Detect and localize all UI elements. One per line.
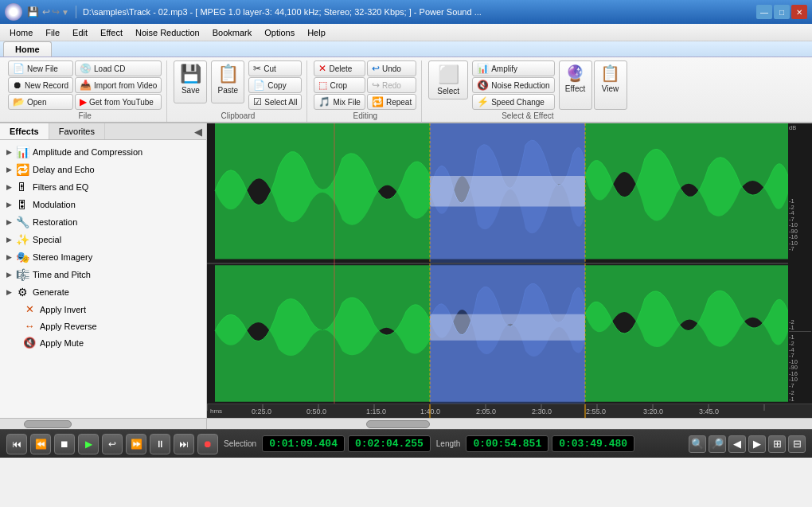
svg-rect-6 (430, 176, 585, 207)
paste-button[interactable]: 📋 Paste (211, 60, 244, 103)
window-title: D:\samples\Track - 02.mp3 - [ MPEG 1.0 l… (83, 7, 482, 17)
open-icon: 📂 (13, 96, 25, 107)
category-restoration[interactable]: ▶ 🔧 Restoration (0, 213, 206, 231)
effects-nav-button[interactable]: ◀ (190, 123, 206, 139)
waveform-svg[interactable] (207, 123, 788, 404)
select-button[interactable]: ⬜ Select (428, 60, 468, 99)
effect-icon: 🔮 (565, 64, 585, 83)
scrollbar-main[interactable] (207, 419, 812, 429)
expand-special-icon: ▶ (6, 236, 12, 244)
paste-icon: 📋 (217, 64, 239, 84)
copy-button[interactable]: 📄 Copy (248, 77, 302, 93)
redo-button[interactable]: ↪ Redo (367, 77, 416, 93)
forward-end-button[interactable]: ⏭ (174, 434, 194, 454)
zoom-fit-button[interactable]: ⊞ (768, 435, 786, 453)
menu-bookmark[interactable]: Bookmark (206, 26, 259, 39)
category-delay[interactable]: ▶ 🔁 Delay and Echo (0, 161, 206, 178)
action-invert[interactable]: ✕ Apply Invert (0, 301, 206, 318)
effect-button[interactable]: 🔮 Effect (559, 60, 592, 110)
fast-forward-button[interactable]: ⏩ (126, 434, 146, 454)
save-button[interactable]: 💾 Save (174, 60, 207, 103)
play-button[interactable]: ▶ (78, 434, 99, 454)
mix-file-button[interactable]: 🎵 Mix File (314, 94, 365, 110)
quick-save[interactable]: 💾 (27, 6, 39, 18)
effect-tools-col: 📊 Amplify 🔇 Noise Reduction ⚡ Speed Chan… (472, 60, 554, 110)
select-effect-buttons: ⬜ Select 📊 Amplify 🔇 Noise Reduction (428, 60, 627, 110)
undo-icon: ↩ (372, 63, 380, 74)
rewind-button[interactable]: ⏪ (30, 434, 51, 454)
menu-home[interactable]: Home (3, 26, 39, 39)
minimize-button[interactable]: — (756, 5, 772, 19)
category-amplitude[interactable]: ▶ 📊 Amplitude and Compression (0, 143, 206, 161)
length-display: 0:00:54.851 (466, 435, 548, 452)
scrollbar-left[interactable] (0, 419, 207, 429)
noise-reduction-button[interactable]: 🔇 Noise Reduction (472, 77, 554, 93)
expand-amplitude-icon: ▶ (6, 148, 12, 156)
waveform-area[interactable]: dB -1 -2 -4 -7 -10 -90 -16 -10 -7 -2 -1 … (207, 123, 812, 418)
record-button[interactable]: ⏺ (197, 434, 218, 454)
repeat-button[interactable]: 🔁 Repeat (367, 94, 416, 110)
delay-icon: 🔁 (15, 163, 29, 176)
tab-favorites[interactable]: Favorites (49, 123, 105, 139)
category-stereo[interactable]: ▶ 🎭 Stereo Imagery (0, 248, 206, 266)
category-filters[interactable]: ▶ 🎚 Filters and EQ (0, 178, 206, 196)
action-mute[interactable]: 🔇 Apply Mute (0, 334, 206, 351)
tab-home[interactable]: Home (3, 41, 52, 57)
editing-buttons: ✕ Delete ⬚ Crop 🎵 Mix File ↩ Un (314, 60, 416, 110)
load-cd-button[interactable]: 💿 Load CD (75, 60, 162, 76)
maximize-button[interactable]: □ (774, 5, 790, 19)
delete-button[interactable]: ✕ Delete (314, 60, 365, 76)
quick-undo[interactable]: ↩ (42, 6, 50, 18)
ribbon-group-select-effect: ⬜ Select 📊 Amplify 🔇 Noise Reduction (424, 60, 631, 122)
editing-group-title: Editing (314, 110, 416, 120)
menu-options[interactable]: Options (258, 26, 301, 39)
select-all-button[interactable]: ☑ Select All (248, 94, 302, 110)
select-section: ⬜ Select (428, 60, 468, 110)
pause-button[interactable]: ⏸ (150, 434, 170, 454)
quick-redo[interactable]: ↪ (52, 6, 60, 18)
view-button[interactable]: 📋 View (594, 60, 627, 110)
restoration-icon: 🔧 (15, 216, 29, 228)
import-icon: 📥 (80, 80, 92, 91)
menu-noise-reduction[interactable]: Noise Reduction (129, 26, 206, 39)
category-generate[interactable]: ▶ ⚙ Generate (0, 283, 206, 301)
speed-change-button[interactable]: ⚡ Speed Change (472, 94, 554, 110)
cut-button[interactable]: ✂ Cut (248, 60, 302, 76)
scrollbar-left-thumb[interactable] (24, 420, 72, 428)
category-special[interactable]: ▶ ✨ Special (0, 231, 206, 248)
loop-button[interactable]: ↩ (102, 434, 123, 454)
open-button[interactable]: 📂 Open (8, 94, 73, 110)
amplify-button[interactable]: 📊 Amplify (472, 60, 554, 76)
rewind-to-start-button[interactable]: ⏮ (6, 434, 27, 454)
crop-button[interactable]: ⬚ Crop (314, 77, 365, 93)
stop-button[interactable]: ⏹ (54, 434, 75, 454)
category-modulation[interactable]: ▶ 🎛 Modulation (0, 196, 206, 213)
top-channel (215, 123, 788, 259)
selection-start-display: 0:01:09.404 (262, 435, 345, 452)
scroll-left-button[interactable]: ◀ (728, 435, 746, 453)
undo-button[interactable]: ↩ Undo (367, 60, 416, 76)
category-time-pitch[interactable]: ▶ 🎼 Time and Pitch (0, 266, 206, 283)
ribbon-content: 📄 New File ⏺ New Record 📂 Open 💿 (0, 57, 812, 122)
quick-dropdown[interactable]: ▼ (61, 8, 69, 17)
tab-effects[interactable]: Effects (0, 123, 49, 139)
scrollbar-main-thumb[interactable] (366, 420, 430, 428)
close-button[interactable]: ✕ (791, 5, 807, 19)
zoom-in-button[interactable]: 🔍 (689, 435, 706, 453)
effects-panel: Effects Favorites ◀ ▶ 📊 Amplitude and Co… (0, 123, 207, 418)
file-col-1: 📄 New File ⏺ New Record 📂 Open (8, 60, 73, 110)
youtube-button[interactable]: ▶ Get from YouTube (75, 94, 162, 110)
menu-file[interactable]: File (39, 26, 66, 39)
menu-help[interactable]: Help (301, 26, 332, 39)
select-icon: ⬜ (438, 64, 459, 85)
new-file-button[interactable]: 📄 New File (8, 60, 73, 76)
import-video-button[interactable]: 📥 Import from Video (75, 77, 162, 93)
menu-effect[interactable]: Effect (94, 26, 129, 39)
zoom-selection-button[interactable]: ⊟ (788, 435, 806, 453)
menu-edit[interactable]: Edit (66, 26, 94, 39)
action-reverse[interactable]: ↔ Apply Reverse (0, 318, 206, 334)
scroll-right-button[interactable]: ▶ (748, 435, 766, 453)
zoom-out-button[interactable]: 🔎 (709, 435, 726, 453)
speed-icon: ⚡ (477, 96, 489, 107)
new-record-button[interactable]: ⏺ New Record (8, 77, 73, 93)
